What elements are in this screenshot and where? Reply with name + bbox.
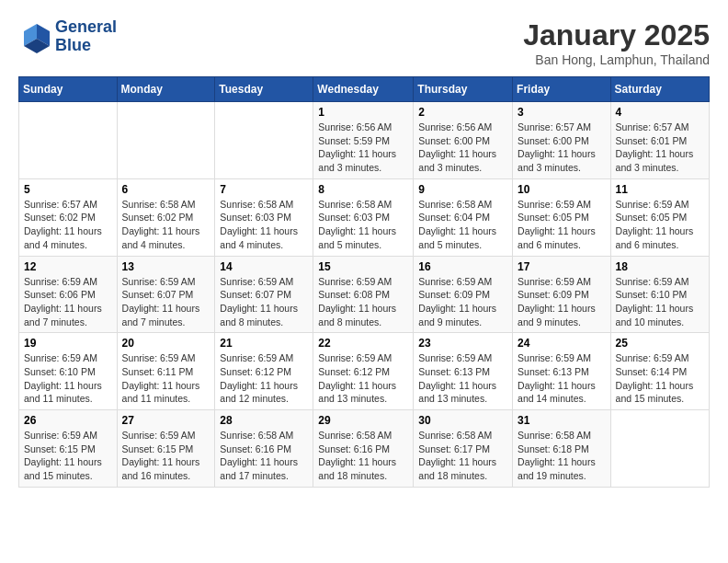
day-number: 13 <box>122 260 210 273</box>
week-row-1: 1Sunrise: 6:56 AMSunset: 5:59 PMDaylight… <box>19 102 710 179</box>
sunrise: Sunrise: 6:59 AM <box>418 352 492 363</box>
calendar-cell: 9Sunrise: 6:58 AMSunset: 6:04 PMDaylight… <box>414 178 513 256</box>
sunrise: Sunrise: 6:58 AM <box>122 199 196 210</box>
sunset: Sunset: 6:15 PM <box>122 443 194 454</box>
daylight: Daylight: 11 hours and 8 minutes. <box>318 303 396 327</box>
sunset: Sunset: 6:05 PM <box>616 212 688 223</box>
sunrise: Sunrise: 6:56 AM <box>318 121 392 132</box>
sunset: Sunset: 6:09 PM <box>518 289 589 300</box>
sunset: Sunset: 6:16 PM <box>318 443 390 454</box>
week-row-5: 26Sunrise: 6:59 AMSunset: 6:15 PMDayligh… <box>19 410 710 488</box>
day-number: 31 <box>518 414 606 427</box>
day-info: Sunrise: 6:59 AMSunset: 6:12 PMDaylight:… <box>220 351 308 406</box>
calendar-cell: 29Sunrise: 6:58 AMSunset: 6:16 PMDayligh… <box>313 410 414 488</box>
day-info: Sunrise: 6:59 AMSunset: 6:05 PMDaylight:… <box>518 198 606 252</box>
day-number: 23 <box>418 337 507 350</box>
daylight: Daylight: 11 hours and 4 minutes. <box>24 225 102 250</box>
sunset: Sunset: 6:14 PM <box>616 366 688 377</box>
logo: General Blue <box>18 18 117 55</box>
sunrise: Sunrise: 6:59 AM <box>24 352 97 363</box>
sunrise: Sunrise: 6:58 AM <box>318 199 392 210</box>
day-info: Sunrise: 6:58 AMSunset: 6:02 PMDaylight:… <box>122 198 210 252</box>
calendar-cell: 23Sunrise: 6:59 AMSunset: 6:13 PMDayligh… <box>414 333 513 410</box>
calendar-cell: 6Sunrise: 6:58 AMSunset: 6:02 PMDaylight… <box>117 178 215 256</box>
day-info: Sunrise: 6:59 AMSunset: 6:15 PMDaylight:… <box>24 429 112 483</box>
sunset: Sunset: 6:09 PM <box>418 289 490 300</box>
sunset: Sunset: 6:10 PM <box>616 289 688 300</box>
sunset: Sunset: 6:03 PM <box>220 212 291 223</box>
week-row-3: 12Sunrise: 6:59 AMSunset: 6:06 PMDayligh… <box>19 256 710 333</box>
logo-line2: Blue <box>55 37 117 55</box>
day-number: 18 <box>616 260 704 273</box>
weekday-header-tuesday: Tuesday <box>215 77 313 102</box>
sunrise: Sunrise: 6:58 AM <box>220 199 293 210</box>
daylight: Daylight: 11 hours and 13 minutes. <box>418 380 496 405</box>
day-info: Sunrise: 6:59 AMSunset: 6:10 PMDaylight:… <box>24 351 112 406</box>
sunrise: Sunrise: 6:59 AM <box>318 276 392 287</box>
daylight: Daylight: 11 hours and 15 minutes. <box>616 380 694 405</box>
sunset: Sunset: 6:03 PM <box>318 212 390 223</box>
daylight: Daylight: 11 hours and 14 minutes. <box>518 380 596 405</box>
day-info: Sunrise: 6:59 AMSunset: 6:08 PMDaylight:… <box>318 275 408 329</box>
calendar-cell: 12Sunrise: 6:59 AMSunset: 6:06 PMDayligh… <box>19 256 118 333</box>
day-info: Sunrise: 6:58 AMSunset: 6:03 PMDaylight:… <box>220 198 308 252</box>
calendar-cell: 10Sunrise: 6:59 AMSunset: 6:05 PMDayligh… <box>513 178 611 256</box>
sunrise: Sunrise: 6:58 AM <box>418 430 492 441</box>
title-block: January 2025 Ban Hong, Lamphun, Thailand <box>523 18 710 67</box>
day-number: 24 <box>518 337 606 350</box>
day-number: 3 <box>518 106 606 119</box>
day-info: Sunrise: 6:59 AMSunset: 6:12 PMDaylight:… <box>318 351 408 406</box>
calendar-cell: 5Sunrise: 6:57 AMSunset: 6:02 PMDaylight… <box>19 178 118 256</box>
sunset: Sunset: 6:13 PM <box>418 366 490 377</box>
day-info: Sunrise: 6:59 AMSunset: 6:07 PMDaylight:… <box>220 275 308 329</box>
day-number: 16 <box>418 260 507 273</box>
calendar-cell: 21Sunrise: 6:59 AMSunset: 6:12 PMDayligh… <box>215 333 313 410</box>
day-number: 29 <box>318 414 408 427</box>
day-info: Sunrise: 6:56 AMSunset: 5:59 PMDaylight:… <box>318 121 408 175</box>
calendar-cell: 26Sunrise: 6:59 AMSunset: 6:15 PMDayligh… <box>19 410 118 488</box>
daylight: Daylight: 11 hours and 7 minutes. <box>24 303 102 327</box>
calendar-cell: 8Sunrise: 6:58 AMSunset: 6:03 PMDaylight… <box>313 178 414 256</box>
day-info: Sunrise: 6:58 AMSunset: 6:18 PMDaylight:… <box>518 429 606 483</box>
day-number: 26 <box>24 414 112 427</box>
daylight: Daylight: 11 hours and 3 minutes. <box>318 148 396 173</box>
calendar-subtitle: Ban Hong, Lamphun, Thailand <box>523 52 710 67</box>
daylight: Daylight: 11 hours and 3 minutes. <box>418 148 496 173</box>
weekday-header-monday: Monday <box>117 77 215 102</box>
calendar-cell: 4Sunrise: 6:57 AMSunset: 6:01 PMDaylight… <box>610 102 709 179</box>
sunrise: Sunrise: 6:58 AM <box>318 430 392 441</box>
calendar-cell: 18Sunrise: 6:59 AMSunset: 6:10 PMDayligh… <box>610 256 709 333</box>
sunrise: Sunrise: 6:57 AM <box>24 199 97 210</box>
calendar-header: SundayMondayTuesdayWednesdayThursdayFrid… <box>19 77 710 102</box>
daylight: Daylight: 11 hours and 3 minutes. <box>518 148 596 173</box>
calendar-cell: 31Sunrise: 6:58 AMSunset: 6:18 PMDayligh… <box>513 410 611 488</box>
calendar-cell: 7Sunrise: 6:58 AMSunset: 6:03 PMDaylight… <box>215 178 313 256</box>
calendar-cell: 16Sunrise: 6:59 AMSunset: 6:09 PMDayligh… <box>414 256 513 333</box>
day-info: Sunrise: 6:59 AMSunset: 6:13 PMDaylight:… <box>418 351 507 406</box>
weekday-header-thursday: Thursday <box>414 77 513 102</box>
day-number: 25 <box>616 337 704 350</box>
sunset: Sunset: 6:13 PM <box>518 366 589 377</box>
daylight: Daylight: 11 hours and 6 minutes. <box>518 225 596 250</box>
calendar-cell: 14Sunrise: 6:59 AMSunset: 6:07 PMDayligh… <box>215 256 313 333</box>
sunrise: Sunrise: 6:59 AM <box>24 276 97 287</box>
day-info: Sunrise: 6:59 AMSunset: 6:13 PMDaylight:… <box>518 351 606 406</box>
calendar-cell: 24Sunrise: 6:59 AMSunset: 6:13 PMDayligh… <box>513 333 611 410</box>
weekday-header-wednesday: Wednesday <box>313 77 414 102</box>
day-number: 28 <box>220 414 308 427</box>
daylight: Daylight: 11 hours and 9 minutes. <box>518 303 596 327</box>
logo-line1: General <box>55 18 117 37</box>
sunset: Sunset: 6:00 PM <box>518 135 589 146</box>
day-number: 2 <box>418 106 507 119</box>
day-number: 7 <box>220 183 308 196</box>
logo-icon <box>18 20 51 53</box>
day-number: 4 <box>616 106 704 119</box>
daylight: Daylight: 11 hours and 17 minutes. <box>220 456 298 481</box>
sunset: Sunset: 6:18 PM <box>518 443 589 454</box>
calendar-cell: 30Sunrise: 6:58 AMSunset: 6:17 PMDayligh… <box>414 410 513 488</box>
daylight: Daylight: 11 hours and 9 minutes. <box>418 303 496 327</box>
sunset: Sunset: 6:10 PM <box>24 366 96 377</box>
daylight: Daylight: 11 hours and 5 minutes. <box>418 225 496 250</box>
sunset: Sunset: 6:16 PM <box>220 443 291 454</box>
day-info: Sunrise: 6:59 AMSunset: 6:11 PMDaylight:… <box>122 351 210 406</box>
